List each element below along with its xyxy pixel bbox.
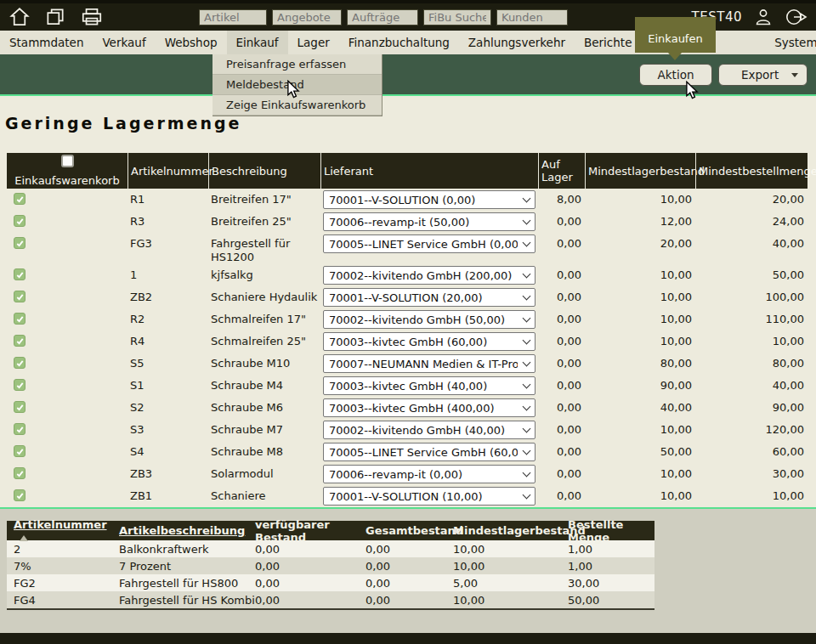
print-icon[interactable]: [80, 6, 104, 28]
menu-einkauf[interactable]: Einkauf: [227, 31, 288, 54]
auf-lager-cell: 0,00: [538, 441, 585, 459]
table-row: ZB2 Schaniere Hydaulik 70001--V-SOLUTION…: [7, 286, 808, 308]
user-icon[interactable]: [753, 7, 774, 27]
cart-cell: [7, 286, 128, 305]
mindestlagerbestand-cell: 10,00: [585, 189, 695, 206]
row-checkbox[interactable]: [14, 489, 26, 501]
row-checkbox[interactable]: [14, 193, 26, 205]
lieferant-cell: 70006--revamp-it (50,00): [320, 211, 538, 231]
header-beschreibung: Beschreibung: [208, 153, 320, 189]
lieferant-select[interactable]: 70005--LINET Service GmbH (0,00): [323, 234, 536, 253]
menu-system[interactable]: System: [765, 31, 816, 54]
menu-item-preisanfrage-erfassen[interactable]: Preisanfrage erfassen: [212, 54, 382, 75]
row-checkbox[interactable]: [14, 291, 26, 302]
row-checkbox[interactable]: [14, 237, 26, 249]
menu-finanzbuchaltung[interactable]: Finanzbuchaltung: [339, 31, 459, 54]
auf-lager-cell: 0,00: [538, 233, 585, 251]
mindestlagerbestand-cell: 10,00: [585, 264, 695, 282]
row-checkbox[interactable]: [14, 401, 26, 413]
bestellt-cell: 1,00: [568, 560, 654, 573]
check-icon: [15, 195, 25, 204]
table-row: ZB1 Schaniere 70001--V-SOLUTION (10,00) …: [7, 485, 808, 507]
home-icon[interactable]: [8, 6, 31, 28]
mindestlagerbestand-cell: 12,00: [585, 211, 695, 229]
mouse-cursor: [286, 80, 300, 99]
table-row: FG3 Fahrgestell für HS1200 70005--LINET …: [7, 233, 808, 264]
cart-cell: [7, 308, 128, 327]
artikelnummer-cell: FG2: [7, 577, 119, 590]
lieferant-select[interactable]: 70002--kivitendo GmbH (200,00): [323, 266, 536, 285]
mindestbestellmenge-cell: 10,00: [695, 485, 808, 503]
sort-artikelbeschreibung-link[interactable]: Artikelbeschreibung: [119, 524, 245, 537]
lieferant-select[interactable]: 70001--V-SOLUTION (20,00): [323, 288, 536, 307]
lieferant-cell: 70001--V-SOLUTION (20,00): [320, 286, 538, 307]
cart-cell: [7, 330, 128, 349]
menu-verkauf[interactable]: Verkauf: [93, 31, 155, 54]
menu-webshop[interactable]: Webshop: [156, 31, 227, 54]
menu-zahlungsverkehr[interactable]: Zahlungsverkehr: [459, 31, 575, 54]
lieferant-select[interactable]: 70002--kivitendo GmbH (40,00): [323, 421, 536, 439]
logout-icon[interactable]: [785, 7, 808, 27]
header-mindestlagerbestand: Mindestlagerbestand: [453, 524, 568, 537]
active-module-tab[interactable]: Einkaufen: [635, 17, 716, 53]
check-icon: [15, 336, 25, 346]
cart-cell: [7, 397, 128, 415]
export-button[interactable]: Export: [718, 64, 808, 86]
row-checkbox[interactable]: [14, 423, 26, 435]
header-artikelnummer: Artikelnummer: [7, 518, 119, 544]
kunden-search-input[interactable]: [496, 9, 568, 25]
auf-lager-cell: 0,00: [538, 353, 585, 370]
lieferant-cell: 70006--revamp-it (0,00): [320, 463, 538, 483]
fibu-search-input[interactable]: [423, 9, 491, 25]
aktion-button[interactable]: Aktion: [639, 64, 712, 86]
row-checkbox[interactable]: [14, 467, 26, 479]
lieferant-cell: 70005--LINET Service GmbH (0,00): [320, 233, 538, 253]
menu-berichte[interactable]: Berichte: [575, 31, 641, 54]
lieferant-select[interactable]: 70001--V-SOLUTION (0,00): [323, 190, 536, 209]
header-mindestbestellmenge: Mindestbestellmenge: [695, 153, 808, 189]
lieferant-select[interactable]: 70001--V-SOLUTION (10,00): [323, 487, 536, 506]
select-all-checkbox[interactable]: [61, 155, 74, 167]
gesamt-cell: 0,00: [366, 560, 453, 573]
beschreibung-cell: Breitreifen 17": [208, 189, 320, 206]
lieferant-select[interactable]: 70007--NEUMANN Medien & IT-Proje: [323, 354, 536, 373]
row-checkbox[interactable]: [14, 357, 26, 369]
topbar-icons: [8, 6, 104, 28]
auftraege-search-input[interactable]: [347, 9, 418, 25]
row-checkbox[interactable]: [14, 268, 26, 280]
angebote-search-input[interactable]: [272, 9, 342, 25]
mindestlager-cell: 10,00: [453, 543, 568, 556]
row-checkbox[interactable]: [14, 313, 26, 325]
lieferant-select[interactable]: 70006--revamp-it (0,00): [323, 465, 536, 483]
mindestbestellmenge-cell: 30,00: [695, 463, 808, 481]
quick-search-bar: [199, 9, 568, 25]
row-checkbox[interactable]: [14, 335, 26, 347]
artikelnummer-cell: S4: [128, 441, 208, 459]
artikel-search-input[interactable]: [199, 9, 267, 25]
cart-cell: [7, 463, 128, 482]
lieferant-select[interactable]: 70006--revamp-it (50,00): [323, 212, 536, 231]
row-checkbox[interactable]: [14, 215, 26, 227]
check-icon: [15, 314, 25, 324]
low-stock-table: Einkaufswarenkorb Artikelnummer Beschrei…: [7, 153, 808, 507]
lieferant-cell: 70007--NEUMANN Medien & IT-Proje: [320, 353, 538, 373]
lieferant-select[interactable]: 70003--kivtec GmbH (400,00): [323, 398, 536, 417]
bottom-table-header: Artikelnummer Artikelbeschreibung verfüg…: [7, 521, 654, 540]
table-row: R3 Breitreifen 25" 70006--revamp-it (50,…: [7, 211, 808, 233]
lieferant-select[interactable]: 70005--LINET Service GmbH (60,00): [323, 443, 536, 461]
row-checkbox[interactable]: [14, 445, 26, 457]
windows-icon[interactable]: [44, 6, 66, 28]
mindestbestellmenge-cell: 40,00: [695, 233, 808, 251]
menu-lager[interactable]: Lager: [288, 31, 339, 54]
row-checkbox[interactable]: [14, 379, 26, 391]
auf-lager-cell: 0,00: [538, 308, 585, 326]
sort-artikelnummer-link[interactable]: Artikelnummer: [14, 518, 107, 531]
verfuegbar-cell: 0,00: [255, 560, 366, 573]
lieferant-select[interactable]: 70002--kivitendo GmbH (50,00): [323, 310, 536, 329]
menu-stammdaten[interactable]: Stammdaten: [0, 31, 93, 54]
lieferant-select[interactable]: 70003--kivtec GmbH (40,00): [323, 376, 536, 395]
lieferant-select[interactable]: 70003--kivtec GmbH (60,00): [323, 332, 536, 351]
artikelnummer-cell: 7%: [7, 560, 119, 573]
table-row: 7% 7 Prozent 0,00 0,00 10,00 1,00: [7, 557, 654, 574]
table-row: S4 Schraube M8 70005--LINET Service GmbH…: [7, 441, 808, 463]
